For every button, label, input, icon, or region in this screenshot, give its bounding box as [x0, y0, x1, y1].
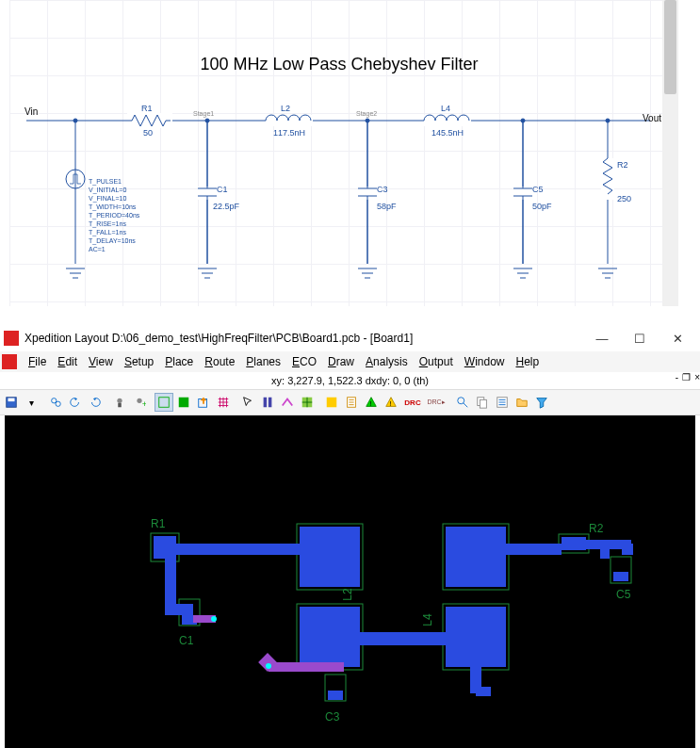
svg-rect-18 — [118, 403, 122, 407]
zoom-button[interactable] — [453, 393, 472, 412]
add-button[interactable]: + — [130, 393, 149, 412]
window-title: Xpedition Layout D:\06_demo_test\HighFre… — [24, 332, 583, 345]
menu-help[interactable]: Help — [510, 353, 545, 370]
toolbar: ▾ + ! ! DRC DRC▸ — [0, 389, 700, 415]
svg-point-11 — [521, 119, 525, 122]
menu-route[interactable]: Route — [199, 353, 240, 370]
c5-value: 50pF — [532, 202, 552, 211]
menu-window[interactable]: Window — [459, 353, 511, 370]
pcb-l4-label: L4 — [421, 613, 434, 626]
select-button[interactable] — [238, 393, 257, 412]
mdi-minimize[interactable]: - — [676, 372, 678, 382]
r2-value: 250 — [617, 194, 631, 203]
c1-name: C1 — [217, 185, 228, 194]
export-button[interactable] — [194, 393, 213, 412]
schematic-svg — [0, 0, 678, 306]
c3-name: C3 — [377, 185, 388, 194]
menu-eco[interactable]: ECO — [286, 353, 322, 370]
menu-setup[interactable]: Setup — [119, 353, 159, 370]
pcb-canvas[interactable]: R1 R2 C1 C3 C5 L2 L4 — [5, 415, 695, 748]
mdi-restore[interactable]: ❐ — [682, 372, 691, 382]
pcb-r1-label: R1 — [151, 517, 165, 530]
c5-name: C5 — [532, 185, 544, 194]
r2-name: R2 — [617, 160, 628, 170]
svg-rect-56 — [165, 604, 193, 615]
svg-text:!: ! — [369, 399, 371, 408]
svg-rect-1 — [266, 115, 313, 126]
save-dropdown[interactable]: ▾ — [22, 393, 41, 412]
stage2-label: Stage2 — [356, 110, 377, 117]
svg-point-8 — [73, 119, 77, 122]
find-button[interactable] — [46, 393, 65, 412]
pcb-c1-label: C1 — [179, 634, 193, 647]
l2-value: 117.5nH — [273, 128, 305, 138]
close-button[interactable]: ✕ — [659, 327, 696, 350]
menu-output[interactable]: Output — [414, 353, 459, 370]
scrollbar-thumb[interactable] — [664, 0, 676, 94]
l2-name: L2 — [281, 104, 290, 113]
svg-rect-24 — [264, 398, 268, 408]
svg-rect-51 — [360, 632, 446, 645]
place-part-button[interactable] — [258, 393, 277, 412]
pcb-c3-label: C3 — [325, 710, 339, 724]
route-button[interactable] — [278, 393, 297, 412]
svg-rect-49 — [562, 537, 586, 550]
svg-rect-33 — [480, 399, 486, 408]
menu-edit[interactable]: Edit — [52, 353, 83, 370]
r1-value: 50 — [143, 128, 153, 138]
save-button[interactable] — [2, 393, 21, 412]
scrollbar-vertical[interactable] — [662, 0, 678, 306]
svg-point-16 — [56, 401, 60, 406]
svg-point-12 — [606, 119, 610, 122]
menu-view[interactable]: View — [83, 353, 119, 370]
grid-toggle-button[interactable] — [214, 393, 233, 412]
menu-draw[interactable]: Draw — [322, 353, 360, 370]
properties-button[interactable] — [493, 393, 512, 412]
svg-rect-48 — [446, 607, 506, 667]
schematic-view[interactable]: 100 MHz Low Pass Chebyshev Filter — [0, 0, 678, 306]
folder-button[interactable] — [513, 393, 531, 412]
layout-window: Xpedition Layout D:\06_demo_test\HighFre… — [0, 325, 700, 748]
svg-rect-14 — [8, 398, 15, 402]
svg-rect-47 — [446, 527, 506, 587]
app-icon — [4, 331, 19, 346]
svg-rect-21 — [159, 398, 170, 408]
svg-point-17 — [117, 398, 122, 403]
svg-text:+: + — [142, 399, 146, 409]
menubar: FileEditViewSetupPlaceRoutePlanesECODraw… — [0, 351, 700, 372]
menu-place[interactable]: Place — [159, 353, 199, 370]
coordinate-status: xy: 3,227.9, 1,522.3 dxdy: 0, 0 (th) - ❐… — [0, 372, 700, 389]
display-control-button[interactable] — [110, 393, 129, 412]
minimize-button[interactable]: — — [583, 327, 621, 350]
copy-button[interactable] — [473, 393, 492, 412]
layer-inner-button[interactable] — [174, 393, 193, 412]
svg-rect-61 — [613, 572, 628, 581]
menu-planes[interactable]: Planes — [240, 353, 286, 370]
undo-button[interactable] — [66, 393, 85, 412]
menu-file[interactable]: File — [23, 353, 52, 370]
svg-rect-64 — [269, 662, 344, 672]
mdi-close[interactable]: × — [694, 372, 700, 382]
svg-rect-54 — [600, 540, 610, 559]
svg-rect-44 — [154, 536, 176, 559]
titlebar[interactable]: Xpedition Layout D:\06_demo_test\HighFre… — [0, 325, 700, 351]
maximize-button[interactable]: ☐ — [621, 327, 659, 350]
svg-rect-60 — [476, 687, 491, 696]
stage1-label: Stage1 — [193, 110, 214, 117]
layer-top-button[interactable] — [155, 393, 173, 412]
menu-analysis[interactable]: Analysis — [360, 353, 414, 370]
drc-batch-button[interactable]: DRC▸ — [425, 393, 448, 412]
report-button[interactable] — [342, 393, 361, 412]
drc-hazard-button[interactable]: ! — [362, 393, 381, 412]
plane-button[interactable] — [298, 393, 317, 412]
drc-warning-button[interactable]: ! — [382, 393, 400, 412]
svg-point-9 — [205, 119, 209, 122]
constraint-button[interactable] — [322, 393, 341, 412]
pcb-l2-label: L2 — [341, 588, 354, 600]
svg-point-66 — [211, 616, 217, 622]
redo-button[interactable] — [86, 393, 105, 412]
l4-value: 145.5nH — [431, 128, 464, 138]
filter-button[interactable] — [532, 393, 551, 412]
drc-button[interactable]: DRC — [401, 393, 424, 412]
svg-text:!: ! — [389, 399, 391, 408]
